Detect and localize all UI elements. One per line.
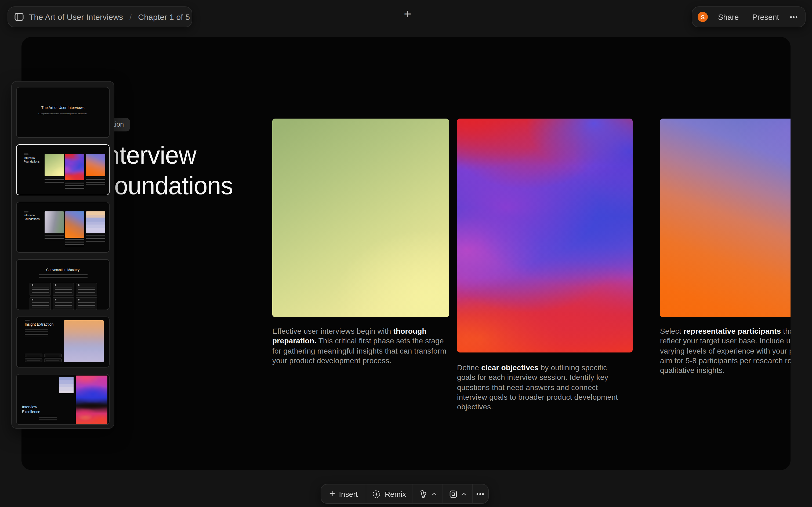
mini-card: [86, 154, 105, 176]
remix-button[interactable]: Remix: [366, 485, 412, 503]
text-placeholder-lines: [86, 235, 105, 242]
thumb-title: The Art of User Interviews: [17, 106, 109, 109]
thumbnail-title-slide[interactable]: The Art of User Interviews A Comprehensi…: [16, 87, 110, 138]
document-title[interactable]: The Art of User Interviews: [29, 12, 123, 21]
sparkle-circle-icon: [372, 490, 381, 498]
column-text-2[interactable]: Define clear objectives by outlining spe…: [457, 363, 623, 412]
account-bar: S Share Present •••: [692, 6, 806, 27]
app-window: Preparation Interview Foundations Effect…: [0, 0, 812, 507]
theme-button[interactable]: [413, 485, 443, 503]
mini-list-item: [25, 353, 42, 357]
sidebar-toggle-button[interactable]: [14, 13, 23, 21]
chapter-indicator[interactable]: Chapter 1 of 5: [138, 12, 190, 21]
toolbar-more-button[interactable]: •••: [473, 485, 488, 503]
frame-icon: [449, 490, 458, 498]
thumb-title: Insight Extraction: [25, 323, 53, 326]
plus-icon: +: [329, 488, 335, 498]
column-text-1[interactable]: Effective user interviews begin with tho…: [272, 326, 451, 365]
text-placeholder-lines: [25, 329, 48, 337]
mini-card: [45, 211, 64, 233]
mini-topic-card: [30, 297, 51, 310]
text-placeholder-lines: [86, 178, 105, 185]
swatch-fan-icon: [419, 489, 428, 498]
slide-title[interactable]: Interview Foundations: [99, 140, 233, 201]
card-layout-button[interactable]: [443, 485, 472, 503]
text-placeholder-lines: [65, 182, 84, 189]
mini-topic-card: [76, 297, 97, 310]
thumbnail-interview-foundations-selected[interactable]: Interview Foundations: [16, 144, 110, 195]
chevron-up-icon: [432, 492, 436, 496]
gradient-image-card-2[interactable]: [457, 119, 632, 352]
insert-label: Insert: [339, 490, 358, 498]
thumb-title: Interview Foundations: [23, 156, 47, 163]
mini-topic-card: [53, 297, 74, 310]
text-segment-bold: representative participants: [683, 327, 781, 335]
text-segment: Effective user interviews begin with: [272, 327, 393, 335]
text-segment: Select: [660, 327, 683, 335]
mini-card: [86, 211, 105, 233]
thumbnail-interview-foundations-variant[interactable]: Interview Foundations: [16, 202, 110, 253]
mini-image: [64, 320, 104, 362]
thumb-subtitle: A Comprehensive Guide for Product Design…: [17, 113, 109, 115]
add-page-button[interactable]: +: [400, 6, 415, 22]
editor-toolbar: + Insert Remix: [321, 484, 489, 504]
text-placeholder-lines: [39, 416, 57, 422]
text-placeholder-lines: [45, 235, 64, 241]
mini-image-large: [76, 376, 107, 425]
thumb-title: Interview Foundations: [23, 214, 47, 221]
text-segment-bold: clear objectives: [481, 363, 539, 372]
mini-topic-card: [30, 283, 51, 296]
mini-card: [65, 154, 84, 180]
mini-topic-card: [53, 283, 74, 296]
mini-badge: [23, 154, 29, 155]
more-menu-button[interactable]: •••: [790, 13, 798, 21]
text-segment: Define: [457, 363, 481, 372]
thumbnail-insight-extraction[interactable]: Insight Extraction: [16, 317, 110, 368]
mini-badge: [23, 211, 29, 213]
present-button[interactable]: Present: [752, 13, 779, 21]
mini-list-item: [44, 358, 62, 362]
breadcrumb-separator: /: [129, 13, 133, 21]
mini-card: [65, 211, 84, 238]
mini-list-item: [44, 353, 62, 357]
mini-badge: [25, 320, 30, 321]
mini-list-item: [25, 358, 42, 362]
slide-title-line2: Foundations: [99, 171, 233, 201]
avatar[interactable]: S: [698, 12, 708, 22]
gradient-image-card-3[interactable]: [660, 119, 791, 317]
text-placeholder-lines: [39, 274, 88, 279]
mini-image-small: [59, 377, 73, 393]
text-placeholder-lines: [65, 239, 84, 247]
slide-thumbnail-panel: The Art of User Interviews A Comprehensi…: [11, 81, 114, 429]
remix-label: Remix: [385, 490, 406, 498]
text-placeholder-lines: [45, 178, 64, 183]
column-text-3[interactable]: Select representative participants that …: [660, 326, 791, 375]
thumb-title: Interview Excellence: [22, 405, 45, 414]
mini-card: [45, 154, 64, 176]
thumbnail-conversation-mastery[interactable]: Conversation Mastery: [16, 259, 110, 310]
breadcrumb[interactable]: The Art of User Interviews / Chapter 1 o…: [7, 6, 192, 27]
gradient-image-card-1[interactable]: [272, 119, 449, 317]
slide-title-line1: Interview: [99, 140, 233, 171]
thumb-title: Conversation Mastery: [17, 268, 109, 272]
chevron-up-icon: [461, 492, 466, 496]
slide-canvas[interactable]: Preparation Interview Foundations Effect…: [21, 37, 791, 470]
mini-topic-card: [76, 283, 97, 296]
panel-left-icon: [14, 13, 23, 21]
insert-button[interactable]: + Insert: [321, 485, 366, 503]
share-button[interactable]: Share: [718, 13, 739, 21]
thumbnail-interview-excellence[interactable]: Interview Excellence: [16, 374, 110, 425]
